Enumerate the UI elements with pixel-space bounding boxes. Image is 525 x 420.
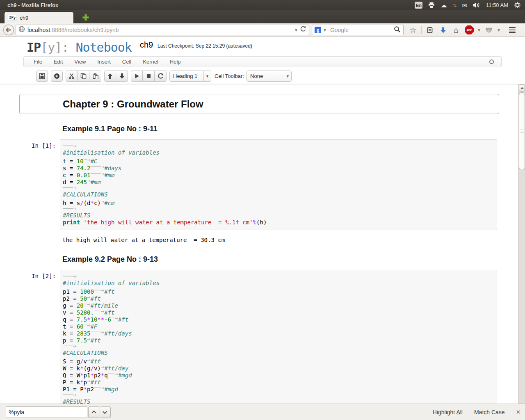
- search-engine-dropdown-icon[interactable]: ▼: [321, 28, 329, 32]
- scrollbar-grip: [520, 130, 524, 133]
- example-9-2-heading: Example 9.2 Page No : 9-13: [62, 255, 499, 264]
- new-tab-button[interactable]: ✚: [80, 14, 91, 21]
- tab-bar: IPy ch9 ✚: [0, 10, 525, 23]
- code-editor[interactable]: ───→#initialisation of variablest = 10─→…: [60, 139, 497, 230]
- chevron-up-icon: [91, 410, 96, 415]
- greasemonkey-icon[interactable]: [483, 24, 495, 36]
- scrollbar-thumb[interactable]: [519, 92, 525, 170]
- notebook-container: Chapter 9 : Groundwater Flow Example 9.1…: [19, 94, 499, 404]
- cell-type-select[interactable]: Heading 1 ▼: [169, 71, 211, 82]
- find-bar: Highlight All Match Case ×: [0, 404, 525, 420]
- search-placeholder: Google: [330, 27, 394, 33]
- restart-kernel-button[interactable]: [155, 71, 167, 82]
- system-tray: En ☁ ↑↓ ✉ 11:50 AM: [415, 0, 521, 10]
- volume-icon[interactable]: [473, 0, 480, 10]
- chapter-heading: Chapter 9 : Groundwater Flow: [63, 98, 203, 110]
- input-prompt: In [1]:: [19, 139, 60, 230]
- checkpoint-status: Last Checkpoint: Sep 22 15:29 (autosaved…: [158, 43, 252, 49]
- move-cell-up-button[interactable]: [104, 71, 116, 82]
- downloads-icon[interactable]: [437, 24, 449, 36]
- cloud-sync-icon[interactable]: ☁: [441, 0, 447, 10]
- adblock-dropdown-icon[interactable]: ▼: [476, 24, 482, 36]
- adblock-plus-icon[interactable]: ABP: [463, 24, 475, 36]
- insert-cell-button[interactable]: [51, 71, 63, 82]
- menu-edit[interactable]: Edit: [48, 57, 68, 67]
- back-button[interactable]: [3, 24, 14, 36]
- menu-hamburger-icon[interactable]: [506, 24, 518, 36]
- ipython-favicon: IPy: [8, 15, 17, 21]
- plus-icon: ✚: [82, 14, 89, 22]
- toolbar-divider: [421, 26, 422, 34]
- save-button[interactable]: [36, 71, 48, 82]
- move-cell-down-button[interactable]: [116, 71, 128, 82]
- notebook-header: IP[y]: Notebook ch9 Last Checkpoint: Sep…: [0, 37, 518, 84]
- bookmark-star-icon[interactable]: ☆: [407, 24, 419, 36]
- find-input[interactable]: [6, 406, 87, 418]
- heading1-cell[interactable]: Chapter 9 : Groundwater Flow: [19, 94, 499, 114]
- scrollbar[interactable]: [518, 84, 525, 404]
- menu-file[interactable]: File: [28, 57, 48, 67]
- bookmarks-menu-icon[interactable]: [424, 24, 436, 36]
- scrollbar-up-button[interactable]: [519, 84, 525, 91]
- keyboard-layout-indicator[interactable]: En: [415, 2, 422, 9]
- printer-icon[interactable]: [428, 0, 435, 10]
- clock[interactable]: 11:50 AM: [486, 0, 508, 10]
- magnifier-icon[interactable]: [394, 26, 401, 34]
- session-gear-icon[interactable]: [514, 0, 521, 10]
- find-previous-button[interactable]: [88, 406, 99, 418]
- code-editor[interactable]: ───→#initialisation of variablesp1 = 100…: [60, 270, 497, 404]
- close-find-bar-icon[interactable]: ×: [516, 409, 520, 415]
- tab-ch9[interactable]: IPy ch9: [4, 11, 74, 23]
- chevron-down-icon: ▼: [203, 71, 211, 81]
- notebook-area: Chapter 9 : Groundwater Flow Example 9.1…: [0, 84, 518, 404]
- code-cell-1: In [1]: ───→#initialisation of variables…: [19, 139, 499, 230]
- find-next-button[interactable]: [100, 406, 111, 418]
- menu-kernel[interactable]: Kernel: [137, 57, 164, 67]
- interrupt-kernel-button[interactable]: [143, 71, 155, 82]
- toolbar-divider: [504, 26, 504, 34]
- copy-cell-button[interactable]: [78, 71, 89, 82]
- window-title: ch9 - Mozilla Firefox: [7, 2, 415, 8]
- run-cell-button[interactable]: [131, 71, 143, 82]
- home-icon[interactable]: ⌂: [450, 24, 462, 36]
- code-cell-2: In [2]: ───→#initialisation of variables…: [19, 270, 499, 404]
- chevron-down-icon: ▼: [284, 71, 291, 81]
- site-identity-globe-icon[interactable]: [18, 26, 25, 34]
- input-prompt: In [2]:: [19, 270, 60, 404]
- menu-view[interactable]: View: [68, 57, 91, 67]
- example-9-1-heading: Example 9.1 Page No : 9-11: [62, 125, 499, 133]
- reload-icon[interactable]: [300, 26, 306, 34]
- google-favicon: g: [315, 27, 321, 33]
- ipython-logo[interactable]: IP[y]: Notebook: [27, 40, 132, 55]
- url-dropdown-icon[interactable]: ▼: [292, 28, 300, 32]
- tab-label: ch9: [20, 15, 28, 21]
- kernel-idle-icon: [489, 59, 494, 64]
- match-case-button[interactable]: Match Case: [474, 409, 505, 415]
- desktop-panel: ch9 - Mozilla Firefox En ☁ ↑↓ ✉ 11:50 AM: [0, 0, 525, 10]
- chevron-down-icon: [102, 409, 107, 413]
- search-bar[interactable]: g ▼ Google: [312, 25, 404, 35]
- cell-toolbar-select[interactable]: None ▼: [247, 71, 292, 82]
- triangle-up-icon: [520, 87, 524, 89]
- menu-help[interactable]: Help: [164, 57, 187, 67]
- toolbar-buttons: ☆ ⌂ ABP ▼ ▼: [407, 24, 518, 36]
- greasemonkey-dropdown-icon[interactable]: ▼: [496, 24, 502, 36]
- mail-indicator-icon[interactable]: ✉: [462, 0, 467, 10]
- cell-output: the high will water at a temperature = 3…: [62, 237, 499, 243]
- highlight-all-button[interactable]: Highlight All: [433, 409, 463, 415]
- paste-cell-button[interactable]: [89, 71, 101, 82]
- notebook-toolbar: Heading 1 ▼ Cell Toolbar: None ▼: [36, 71, 292, 82]
- network-indicator-icon[interactable]: ↑↓: [452, 0, 456, 10]
- url-bar[interactable]: localhost:8888/notebooks/ch9.ipynb ▼: [16, 25, 309, 35]
- menu-cell[interactable]: Cell: [116, 57, 137, 67]
- menu-insert[interactable]: Insert: [91, 57, 116, 67]
- notebook-title[interactable]: ch9: [140, 40, 153, 50]
- cut-cell-button[interactable]: [66, 71, 78, 82]
- cell-toolbar-label: Cell Toolbar:: [215, 73, 244, 79]
- url-text[interactable]: localhost:8888/notebooks/ch9.ipynb: [27, 27, 292, 33]
- navigation-toolbar: localhost:8888/notebooks/ch9.ipynb ▼ g ▼…: [0, 23, 525, 37]
- notebook-menubar: File Edit View Insert Cell Kernel Help: [23, 56, 502, 67]
